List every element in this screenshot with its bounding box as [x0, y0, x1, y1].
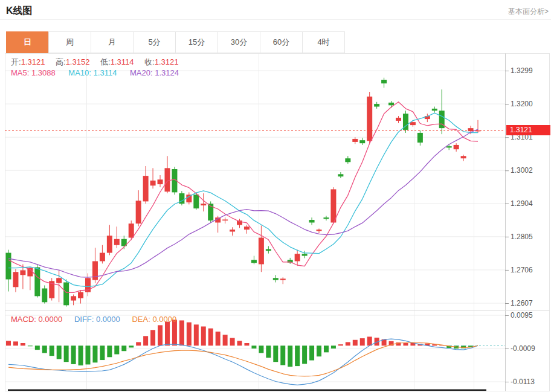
- dea-value: DEA: 0.0000: [132, 315, 176, 324]
- tab-day[interactable]: 日: [6, 31, 49, 53]
- candle-body: [432, 109, 437, 111]
- current-price-badge: 1.3121: [506, 125, 550, 135]
- tab-week[interactable]: 周: [48, 31, 91, 53]
- macd-bar: [353, 340, 358, 346]
- header-divider: [0, 19, 551, 20]
- ma-legend: MA5: 1.3088 MA10: 1.3114 MA20: 1.3124: [11, 68, 179, 77]
- tab-month[interactable]: 月: [91, 31, 134, 53]
- candle-body: [454, 145, 459, 149]
- macd-bar: [317, 345, 321, 356]
- tab-30min[interactable]: 30分: [218, 31, 260, 53]
- candle-body: [446, 146, 452, 147]
- macd-bar: [6, 341, 11, 345]
- macd-bar: [50, 345, 54, 356]
- high-label: 高:: [56, 57, 66, 66]
- candle-body: [251, 260, 257, 263]
- candle-body: [143, 176, 149, 201]
- candle-body: [323, 217, 329, 219]
- ma5-legend: MA5: 1.3088: [11, 68, 56, 77]
- candle-body: [266, 249, 271, 251]
- candle-body: [280, 278, 286, 280]
- macd-bar: [403, 343, 408, 345]
- high-value: 1.3152: [66, 57, 90, 66]
- macd-tick-1: -0.0009: [511, 344, 535, 353]
- tab-4hour[interactable]: 4时: [302, 31, 345, 53]
- candles: [6, 78, 481, 307]
- macd-bar: [208, 329, 213, 346]
- macd-bar: [338, 344, 343, 345]
- candle-body: [302, 254, 308, 255]
- fundamental-analysis-link[interactable]: 基本面分析>: [508, 7, 549, 17]
- macd-bar: [158, 325, 163, 345]
- macd-bar: [42, 345, 47, 353]
- macd-bar: [114, 345, 119, 354]
- macd-bar: [79, 345, 83, 365]
- macd-bar: [21, 343, 25, 345]
- macd-bar: [194, 324, 199, 345]
- price-tick-4: 1.2904: [511, 199, 533, 208]
- candle-body: [100, 253, 105, 262]
- page-title: K线图: [6, 5, 33, 18]
- macd-bar: [346, 342, 350, 345]
- macd-legend: MACD: 0.0000 DIFF: 0.0000 DEA: 0.0000: [11, 315, 176, 324]
- candle-body: [330, 189, 336, 222]
- tab-5min[interactable]: 5分: [133, 31, 176, 53]
- candle-body: [381, 80, 387, 83]
- macd-bar: [237, 341, 242, 345]
- candle-body: [114, 239, 120, 245]
- candle-body: [230, 230, 235, 231]
- macd-bar: [273, 345, 278, 362]
- tab-15min[interactable]: 15分: [175, 31, 218, 53]
- macd-bar: [64, 345, 69, 362]
- candle-body: [396, 118, 401, 121]
- close-value: 1.3121: [155, 57, 179, 66]
- low-label: 低:: [100, 57, 111, 66]
- candle-body: [352, 139, 358, 142]
- candle-body: [461, 156, 466, 158]
- bottom-scroll-bar[interactable]: [8, 390, 486, 391]
- open-label: 开:: [11, 57, 21, 66]
- macd-bar: [216, 332, 221, 345]
- macd-value: MACD: 0.0000: [11, 315, 62, 324]
- candle-body: [6, 253, 11, 280]
- macd-bar: [288, 345, 292, 367]
- macd-bar: [201, 327, 206, 346]
- macd-bar: [223, 335, 228, 345]
- candle-body: [222, 219, 228, 220]
- macd-bar: [331, 345, 336, 349]
- price-tick-6: 1.2706: [511, 266, 533, 274]
- macd-bar: [100, 345, 105, 360]
- macd-bar: [187, 323, 192, 346]
- macd-bar: [367, 336, 372, 345]
- candle-body: [164, 168, 170, 191]
- price-tick-1: 1.3200: [511, 100, 533, 108]
- candle-body: [71, 296, 76, 300]
- macd-bar: [280, 345, 285, 365]
- price-tick-0: 1.3299: [511, 66, 533, 75]
- price-tick-5: 1.2805: [511, 233, 533, 241]
- candle-body: [338, 174, 343, 176]
- candle-body: [388, 103, 394, 105]
- ohlc-legend: 开:1.3121 高:1.3152 低:1.3114 收:1.3121: [11, 57, 187, 68]
- macd-bar: [28, 345, 33, 346]
- candle-body: [359, 140, 365, 143]
- macd-bar: [244, 343, 249, 345]
- candle-body: [136, 201, 141, 223]
- macd-bar: [360, 338, 365, 345]
- macd-bar: [324, 345, 329, 352]
- macd-bar: [143, 336, 148, 345]
- ma20-legend: MA20: 1.3124: [130, 68, 179, 77]
- tab-60min[interactable]: 60分: [260, 31, 303, 53]
- macd-bar: [309, 345, 314, 360]
- candle-body: [107, 236, 112, 252]
- ma10-line: [8, 113, 478, 287]
- macd-bar: [302, 345, 307, 364]
- price-tick-3: 1.3002: [511, 166, 533, 175]
- ma10-legend: MA10: 1.3114: [68, 68, 117, 77]
- close-label: 收:: [144, 57, 155, 66]
- candle-body: [78, 292, 83, 298]
- macd-bar: [230, 338, 235, 346]
- macd-bar: [259, 345, 263, 353]
- candle-body: [13, 272, 18, 287]
- macd-bar: [129, 345, 134, 347]
